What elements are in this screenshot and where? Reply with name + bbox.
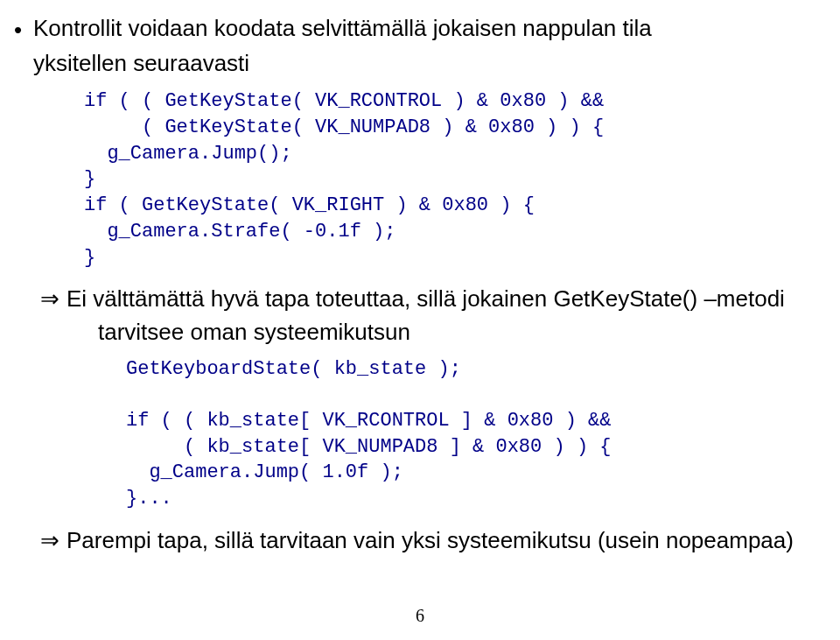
arrow-item-2: ⇒ Parempi tapa, sillä tarvitaan vain yks… <box>40 524 805 558</box>
arrow2-text-line1: Parempi tapa, sillä tarvitaan vain yksi … <box>66 524 805 558</box>
slide-page: • Kontrollit voidaan koodata selvittämäl… <box>0 0 840 640</box>
bullet-item-1: • Kontrollit voidaan koodata selvittämäl… <box>14 12 805 47</box>
arrow-right-icon: ⇒ <box>40 283 66 316</box>
bullet-text-line1: Kontrollit voidaan koodata selvittämällä… <box>33 12 805 46</box>
bullet-text-line2: yksitellen seuraavasti <box>14 47 805 81</box>
bullet-dot-icon: • <box>14 12 33 47</box>
arrow-item-1: ⇒ Ei välttämättä hyvä tapa toteuttaa, si… <box>40 283 805 316</box>
arrow-right-icon: ⇒ <box>40 524 66 558</box>
arrow-text-line2: tarvitsee oman systeemikutsun <box>14 316 805 349</box>
code-block-2: GetKeyboardState( kb_state ); if ( ( kb_… <box>126 356 805 512</box>
code-block-1: if ( ( GetKeyState( VK_RCONTROL ) & 0x80… <box>84 88 805 271</box>
page-number: 6 <box>0 606 840 626</box>
arrow-text-line1: Ei välttämättä hyvä tapa toteuttaa, sill… <box>66 283 805 316</box>
